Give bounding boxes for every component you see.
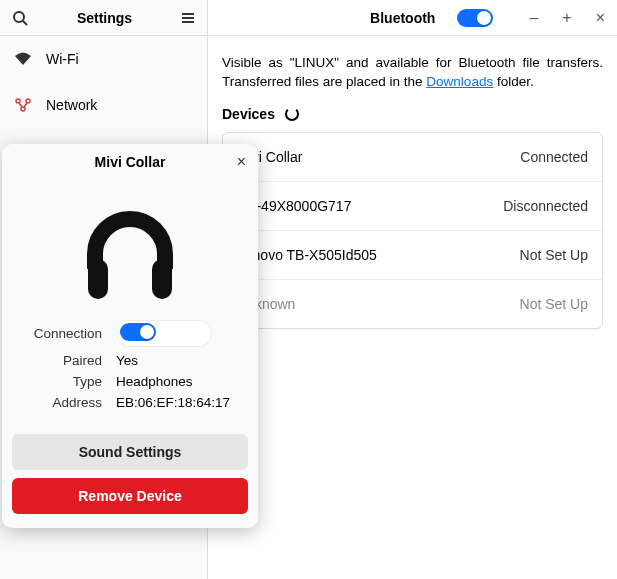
sound-settings-button[interactable]: Sound Settings: [12, 434, 248, 470]
connection-toggle[interactable]: [120, 323, 156, 341]
paired-label: Paired: [20, 353, 116, 368]
svg-point-6: [26, 99, 30, 103]
paired-value: Yes: [116, 353, 138, 368]
page-title: Bluetooth: [220, 10, 441, 26]
dialog-details: Connection Paired Yes Type Headphones Ad…: [2, 316, 258, 430]
search-icon[interactable]: [12, 10, 28, 26]
type-label: Type: [20, 374, 116, 389]
device-status: Not Set Up: [520, 247, 588, 263]
dialog-buttons: Sound Settings Remove Device: [2, 430, 258, 528]
wifi-icon: [14, 52, 32, 66]
headphones-icon: [2, 180, 258, 316]
hamburger-icon[interactable]: [181, 11, 195, 25]
main-panel: Bluetooth – + × Visible as "LINUX" and a…: [208, 0, 617, 579]
bluetooth-toggle[interactable]: [457, 9, 493, 27]
close-icon[interactable]: ×: [596, 9, 605, 27]
devices-header: Devices: [208, 100, 617, 128]
dialog-header: Mivi Collar ×: [2, 144, 258, 180]
dialog-close-icon[interactable]: ×: [237, 153, 246, 171]
device-status: Disconnected: [503, 198, 588, 214]
type-row: Type Headphones: [20, 374, 240, 389]
svg-point-0: [14, 12, 24, 22]
address-label: Address: [20, 395, 116, 410]
device-status: Connected: [520, 149, 588, 165]
sidebar-item-wifi[interactable]: Wi-Fi: [0, 36, 207, 82]
sidebar-title: Settings: [36, 10, 173, 26]
sidebar-item-label: Network: [46, 97, 97, 113]
minimize-icon[interactable]: –: [529, 9, 538, 27]
sidebar-item-network[interactable]: Network: [0, 82, 207, 128]
info-prefix: Visible as "LINUX" and available for Blu…: [222, 55, 603, 89]
main-header: Bluetooth – + ×: [208, 0, 617, 36]
downloads-link[interactable]: Downloads: [426, 74, 493, 89]
window-controls: – + ×: [529, 9, 605, 27]
svg-line-8: [19, 103, 22, 107]
svg-line-1: [23, 21, 27, 25]
remove-device-button[interactable]: Remove Device: [12, 478, 248, 514]
spinner-icon: [285, 107, 299, 121]
svg-point-7: [21, 107, 25, 111]
address-value: EB:06:EF:18:64:17: [116, 395, 230, 410]
type-value: Headphones: [116, 374, 193, 389]
devices-heading: Devices: [222, 106, 275, 122]
svg-rect-10: [88, 259, 108, 299]
info-suffix: folder.: [493, 74, 534, 89]
connection-label: Connection: [20, 326, 116, 341]
device-row[interactable]: Lenovo TB-X505Id505 Not Set Up: [223, 231, 602, 280]
device-row[interactable]: Unknown Not Set Up: [223, 280, 602, 328]
svg-rect-11: [152, 259, 172, 299]
device-row[interactable]: Mivi Collar Connected: [223, 133, 602, 182]
svg-point-5: [16, 99, 20, 103]
device-status: Not Set Up: [520, 296, 588, 312]
device-row[interactable]: KD-49X8000G717 Disconnected: [223, 182, 602, 231]
connection-row: Connection: [20, 320, 240, 347]
maximize-icon[interactable]: +: [562, 9, 571, 27]
device-dialog: Mivi Collar × Connection Paired Yes Type…: [2, 144, 258, 528]
sidebar-header: Settings: [0, 0, 207, 36]
sidebar-item-label: Wi-Fi: [46, 51, 79, 67]
device-list: Mivi Collar Connected KD-49X8000G717 Dis…: [222, 132, 603, 329]
svg-line-9: [24, 103, 27, 107]
network-icon: [14, 98, 32, 112]
info-text: Visible as "LINUX" and available for Blu…: [208, 36, 617, 100]
paired-row: Paired Yes: [20, 353, 240, 368]
address-row: Address EB:06:EF:18:64:17: [20, 395, 240, 410]
dialog-title: Mivi Collar: [95, 154, 166, 170]
